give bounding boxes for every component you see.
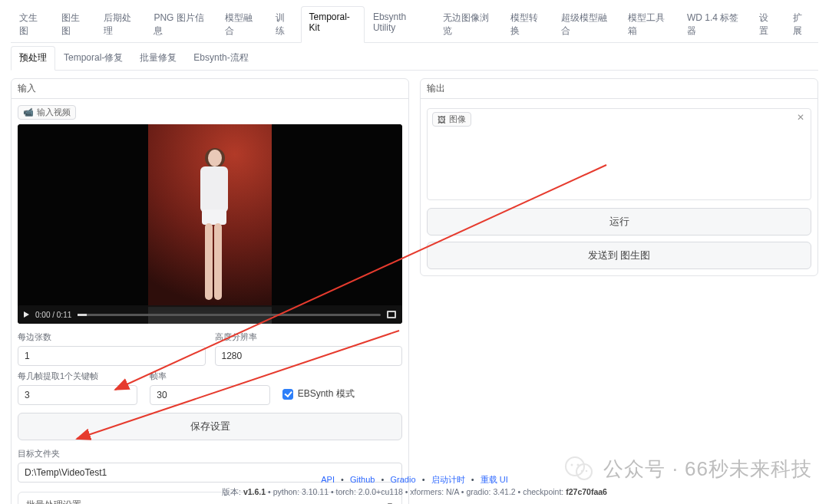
tab-extensions[interactable]: 扩展 <box>784 6 818 43</box>
input-video-tag: 📹 输入视频 <box>18 105 76 120</box>
label-ebsynth-mode: EBSynth 模式 <box>298 387 355 400</box>
batch-section-title: 批量处理设置 <box>26 499 81 504</box>
tab-txt2img[interactable]: 文生图 <box>11 6 53 43</box>
tab-supermerge[interactable]: 超级模型融合 <box>553 6 620 43</box>
label-fps: 帧率 <box>150 371 269 382</box>
save-settings-button[interactable]: 保存设置 <box>18 413 402 440</box>
footer-checkpoint: f27c70faa6 <box>566 487 607 496</box>
label-height-res: 高度分辨率 <box>215 331 403 343</box>
input-per-side[interactable] <box>18 346 206 366</box>
output-panel-title: 输出 <box>421 79 817 99</box>
send-to-img2img-button[interactable]: 发送到 图生图 <box>427 242 811 269</box>
output-image-tag: 🖼 图像 <box>432 112 471 127</box>
svg-point-2 <box>566 457 584 476</box>
label-target-folder: 目标文件夹 <box>18 448 402 460</box>
subtab-temporal-fix[interactable]: Temporal-修复 <box>55 46 131 71</box>
tab-train[interactable]: 训练 <box>267 6 301 43</box>
footer-link-github[interactable]: Github <box>350 475 375 484</box>
footer-version: v1.6.1 <box>243 487 266 496</box>
tab-merge[interactable]: 模型融合 <box>216 6 267 43</box>
footer: API • Github • Gradio • 启动计时 • 重载 UI 版本:… <box>0 474 829 498</box>
label-per-side: 每边张数 <box>18 331 206 343</box>
tab-ebsynth-util[interactable]: Ebsynth Utility <box>365 6 434 43</box>
footer-link-gradio[interactable]: Gradio <box>391 475 416 484</box>
close-icon[interactable]: ✕ <box>797 112 804 123</box>
run-button[interactable]: 运行 <box>427 208 811 236</box>
subtab-batch-fix[interactable]: 批量修复 <box>131 46 185 71</box>
svg-point-5 <box>577 464 580 466</box>
svg-point-4 <box>571 464 573 466</box>
input-fps[interactable] <box>150 385 269 405</box>
tab-model-convert[interactable]: 模型转换 <box>502 6 553 43</box>
play-icon[interactable] <box>24 311 29 318</box>
output-panel: 输出 🖼 图像 ✕ 运行 发送到 图生图 <box>420 78 818 276</box>
video-time: 0:00 / 0:11 <box>35 311 71 319</box>
tab-infinite-image[interactable]: 无边图像浏览 <box>434 6 502 43</box>
tab-img2img[interactable]: 图生图 <box>53 6 95 43</box>
video-preview[interactable]: 0:00 / 0:11 <box>18 124 402 324</box>
footer-link-timing[interactable]: 启动计时 <box>431 475 465 484</box>
svg-point-6 <box>581 470 583 472</box>
input-keyframe-every[interactable] <box>18 385 137 405</box>
output-image-area[interactable]: 🖼 图像 ✕ <box>427 108 811 200</box>
input-panel-title: 输入 <box>12 79 408 99</box>
output-image-tag-label: 图像 <box>449 114 466 125</box>
input-video-tag-label: 输入视频 <box>37 107 71 118</box>
checkbox-ebsynth-mode[interactable] <box>282 389 293 400</box>
tab-model-toolbox[interactable]: 模型工具箱 <box>619 6 679 43</box>
label-keyframe-every: 每几帧提取1个关键帧 <box>18 371 137 382</box>
sub-tabs: 预处理 Temporal-修复 批量修复 Ebsynth-流程 <box>11 46 818 71</box>
collapse-icon[interactable]: ▼ <box>386 501 394 504</box>
footer-version-label: 版本: <box>222 487 241 496</box>
fullscreen-icon[interactable] <box>387 311 396 318</box>
subtab-preprocess[interactable]: 预处理 <box>11 46 55 71</box>
subtab-ebsynth-flow[interactable]: Ebsynth-流程 <box>185 46 256 71</box>
svg-point-7 <box>586 470 587 472</box>
tab-postproc[interactable]: 后期处理 <box>95 6 146 43</box>
footer-link-reload[interactable]: 重载 UI <box>481 475 508 484</box>
footer-link-api[interactable]: API <box>321 475 335 484</box>
footer-env: • python: 3.10.11 • torch: 2.0.0+cu118 •… <box>268 487 566 496</box>
main-tabs: 文生图 图生图 后期处理 PNG 图片信息 模型融合 训练 Temporal-K… <box>11 6 818 43</box>
video-controls: 0:00 / 0:11 <box>18 305 402 324</box>
tab-pnginfo[interactable]: PNG 图片信息 <box>145 6 216 43</box>
tab-wd-tagger[interactable]: WD 1.4 标签器 <box>679 6 751 43</box>
tab-temporal-kit[interactable]: Temporal-Kit <box>301 6 365 43</box>
video-seek[interactable] <box>78 314 381 316</box>
input-height-res[interactable] <box>215 346 403 366</box>
tab-settings[interactable]: 设置 <box>751 6 784 43</box>
input-panel: 输入 📹 输入视频 <box>11 78 409 504</box>
